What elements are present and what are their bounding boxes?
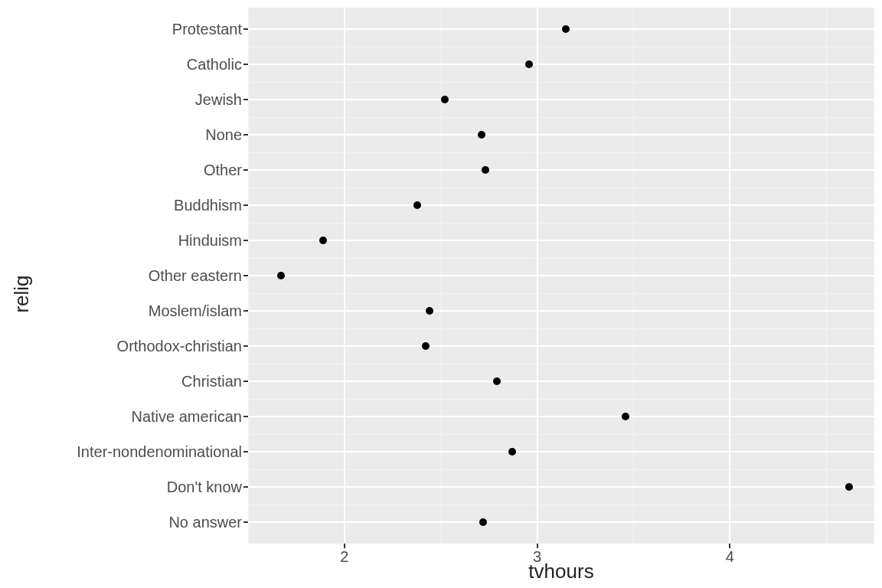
- gridline-h-minor: [248, 82, 874, 83]
- data-point: [562, 25, 570, 33]
- gridline-h: [248, 451, 874, 452]
- data-point: [422, 342, 430, 350]
- gridline-h: [248, 486, 874, 488]
- data-point: [508, 448, 516, 456]
- y-tick-label: Inter-nondenominational: [77, 443, 242, 461]
- y-tick-mark: [243, 28, 248, 30]
- y-axis-title: relig: [10, 275, 34, 312]
- gridline-h-minor: [248, 434, 874, 435]
- y-tick-mark: [243, 416, 248, 417]
- gridline-h-minor: [248, 258, 874, 259]
- x-axis-title: tvhours: [528, 560, 593, 583]
- y-tick-label: Orthodox-christian: [117, 338, 242, 355]
- data-point: [277, 272, 285, 279]
- y-tick-label: Native american: [131, 408, 242, 426]
- gridline-h-minor: [248, 188, 874, 188]
- y-tick-mark: [243, 381, 248, 382]
- y-tick-mark: [243, 521, 248, 523]
- data-point: [493, 377, 501, 385]
- y-tick-label: Buddhism: [174, 196, 242, 214]
- gridline-h: [248, 310, 874, 312]
- gridline-h: [248, 204, 874, 206]
- y-tick-label: Other eastern: [149, 267, 242, 285]
- gridline-h-minor: [248, 47, 874, 47]
- data-point: [413, 201, 421, 209]
- gridline-h: [248, 99, 874, 100]
- gridline-h: [248, 169, 874, 171]
- data-point: [525, 60, 533, 68]
- gridline-h-minor: [248, 293, 874, 294]
- plot-area: 234ProtestantCatholicJewishNoneOtherBudd…: [248, 8, 874, 544]
- y-tick-label: Christian: [181, 373, 242, 390]
- x-tick-label: 4: [726, 548, 734, 566]
- data-point: [482, 166, 489, 174]
- y-tick-label: Hinduism: [178, 231, 242, 249]
- y-tick-mark: [243, 275, 248, 276]
- data-point: [319, 237, 327, 244]
- y-tick-mark: [243, 240, 248, 241]
- data-point: [845, 483, 853, 491]
- y-tick-mark: [243, 99, 248, 100]
- gridline-h: [248, 345, 874, 347]
- gridline-h-minor: [248, 328, 874, 329]
- gridline-h-minor: [248, 399, 874, 400]
- data-point: [441, 96, 449, 103]
- gridline-h-minor: [248, 505, 874, 505]
- y-tick-mark: [243, 345, 248, 347]
- gridline-h: [248, 64, 874, 65]
- gridline-h: [248, 275, 874, 276]
- y-tick-mark: [243, 204, 248, 206]
- y-tick-label: None: [205, 126, 242, 143]
- gridline-h-minor: [248, 469, 874, 470]
- y-tick-label: Don't know: [167, 479, 242, 496]
- data-point: [478, 131, 485, 139]
- gridline-h-minor: [248, 152, 874, 153]
- y-tick-label: Catholic: [187, 55, 242, 73]
- chart-container: relig 234ProtestantCatholicJewishNoneOth…: [0, 0, 882, 588]
- y-tick-mark: [243, 169, 248, 171]
- y-tick-mark: [243, 134, 248, 136]
- data-point: [622, 413, 629, 420]
- data-point: [426, 307, 433, 315]
- y-tick-label: Protestant: [172, 20, 242, 38]
- y-tick-label: Other: [204, 161, 242, 178]
- gridline-h: [248, 416, 874, 417]
- gridline-h-minor: [248, 223, 874, 224]
- y-tick-label: Moslem/islam: [149, 302, 242, 320]
- y-tick-label: Jewish: [195, 90, 242, 108]
- y-tick-mark: [243, 451, 248, 452]
- gridline-h-minor: [248, 364, 874, 364]
- gridline-h: [248, 521, 874, 523]
- gridline-h: [248, 28, 874, 30]
- data-point: [479, 518, 487, 526]
- y-tick-label: No answer: [168, 514, 242, 531]
- x-tick-label: 2: [340, 548, 348, 566]
- y-tick-mark: [243, 64, 248, 65]
- gridline-h: [248, 134, 874, 136]
- gridline-h: [248, 381, 874, 382]
- gridline-h-minor: [248, 117, 874, 118]
- y-tick-mark: [243, 486, 248, 488]
- gridline-h: [248, 240, 874, 241]
- y-tick-mark: [243, 310, 248, 312]
